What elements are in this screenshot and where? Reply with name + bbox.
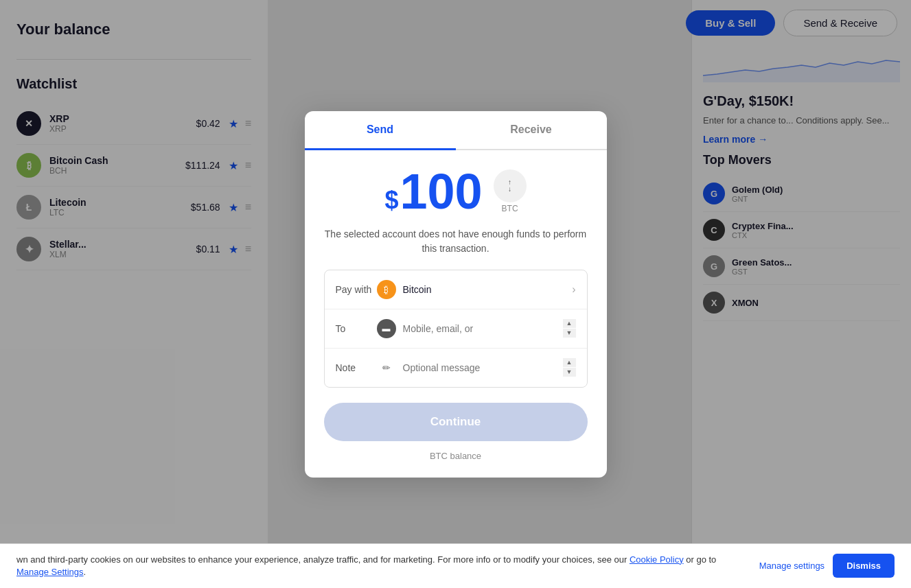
cookie-actions: Manage settings Dismiss: [759, 554, 895, 578]
note-stepper: ▲ ▼: [563, 358, 576, 377]
pay-with-value: Bitcoin: [403, 284, 573, 295]
manage-settings-button[interactable]: Manage settings: [759, 561, 824, 571]
modal-body: $ 100 ↑ ↓ BTC The selected account does …: [305, 150, 607, 478]
pencil-icon: ✏: [377, 358, 396, 377]
convert-currency-label: BTC: [502, 204, 518, 213]
to-input[interactable]: [403, 323, 563, 334]
cookie-text: wn and third-party cookies on our websit…: [16, 554, 746, 578]
field-group: Pay with ₿ Bitcoin › To ▬ ▲ ▼ Note ✏: [324, 270, 588, 388]
convert-button[interactable]: ↑ ↓: [494, 169, 527, 202]
dollar-sign: $: [384, 186, 398, 215]
dismiss-button[interactable]: Dismiss: [833, 554, 895, 578]
btc-balance-label: BTC balance: [324, 451, 588, 461]
to-row: To ▬ ▲ ▼: [325, 309, 587, 349]
continue-button[interactable]: Continue: [324, 403, 588, 441]
cookie-bar: wn and third-party cookies on our websit…: [0, 543, 911, 588]
bitcoin-icon: ₿: [377, 280, 396, 299]
error-message: The selected account does not have enoug…: [324, 227, 588, 256]
modal-tabs: Send Receive: [305, 111, 607, 150]
tab-receive[interactable]: Receive: [456, 111, 607, 149]
stepper-down[interactable]: ▼: [563, 329, 576, 338]
pay-with-label: Pay with: [336, 284, 377, 295]
amount-display: $ 100: [384, 167, 482, 216]
note-label: Note: [336, 362, 377, 373]
to-label: To: [336, 323, 377, 334]
manage-settings-link[interactable]: Manage Settings: [16, 567, 84, 577]
amount-value: 100: [400, 167, 482, 216]
chevron-right-icon: ›: [572, 283, 575, 296]
tab-send[interactable]: Send: [305, 111, 456, 150]
convert-col: ↑ ↓ BTC: [494, 169, 527, 213]
pay-with-row[interactable]: Pay with ₿ Bitcoin ›: [325, 270, 587, 309]
stepper-up[interactable]: ▲: [563, 319, 576, 328]
note-row: Note ✏ ▲ ▼: [325, 349, 587, 387]
stepper-down[interactable]: ▼: [563, 368, 576, 377]
wallet-icon: ▬: [377, 319, 396, 338]
amount-row: $ 100 ↑ ↓ BTC: [324, 167, 588, 216]
stepper-up[interactable]: ▲: [563, 358, 576, 367]
send-receive-modal: Send Receive $ 100 ↑ ↓ BTC The selected …: [305, 111, 607, 478]
to-stepper: ▲ ▼: [563, 319, 576, 338]
cookie-policy-link[interactable]: Cookie Policy: [630, 554, 684, 565]
note-input[interactable]: [403, 362, 563, 373]
